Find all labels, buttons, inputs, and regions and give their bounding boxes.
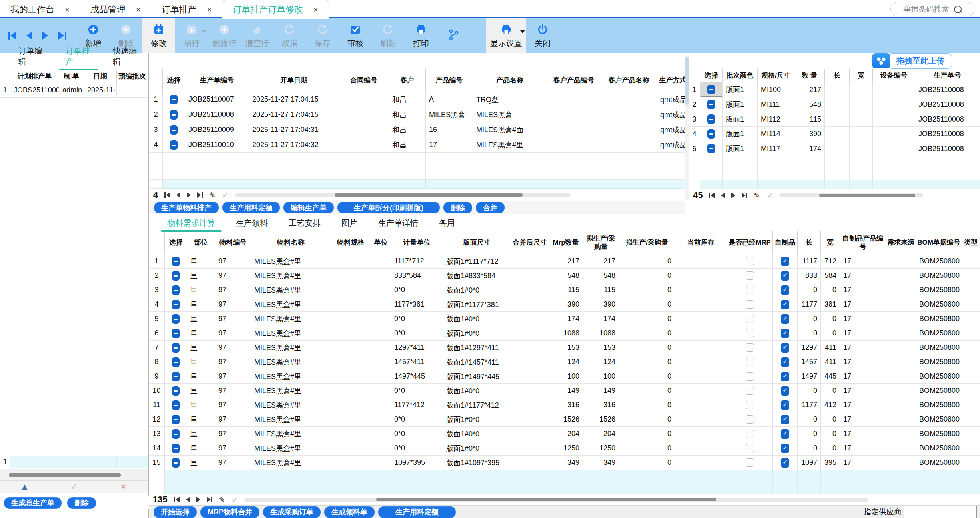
hscrollbar[interactable]	[779, 193, 923, 197]
orders-action-3-button[interactable]: 编辑生产单	[283, 202, 334, 213]
select-cell[interactable]	[165, 427, 187, 441]
pager-next-icon[interactable]	[731, 193, 735, 198]
row-checkbox-icon[interactable]	[172, 415, 180, 424]
toolbar-button-打印[interactable]: 打印	[405, 18, 437, 53]
select-cell[interactable]	[700, 112, 723, 127]
material-action-1-button[interactable]: 开始选择	[154, 506, 197, 518]
selfmade-flag-cell[interactable]	[773, 254, 798, 269]
pager-next-icon[interactable]	[196, 497, 200, 502]
pager-prev-icon[interactable]	[176, 192, 180, 198]
window-tab-1[interactable]: 我的工作台×	[0, 1, 80, 18]
select-cell[interactable]	[165, 254, 187, 269]
pager-prev-icon[interactable]	[721, 193, 725, 198]
supplier-input[interactable]	[904, 506, 977, 518]
mrp-flag-cell[interactable]	[727, 312, 773, 326]
selfmade-flag-cell[interactable]	[773, 441, 798, 456]
pager-first-icon[interactable]	[174, 497, 180, 502]
selfmade-flag-cell[interactable]	[773, 341, 798, 355]
nav-next-button[interactable]	[42, 32, 48, 40]
unchecked-checkbox-icon[interactable]	[746, 430, 754, 438]
cancel-x-icon[interactable]: ×	[99, 482, 148, 492]
tab-close-icon[interactable]: ×	[313, 5, 318, 14]
selfmade-flag-cell[interactable]	[773, 398, 798, 412]
select-cell[interactable]	[165, 297, 187, 312]
orders-vscrollbar[interactable]	[685, 56, 689, 200]
unchecked-checkbox-icon[interactable]	[746, 300, 754, 309]
orders-action-6-button[interactable]: 合并	[476, 202, 505, 213]
orders-action-1-button[interactable]: 生产单物料排产	[154, 202, 219, 213]
unchecked-checkbox-icon[interactable]	[746, 358, 754, 366]
select-cell[interactable]	[700, 97, 723, 112]
checked-checkbox-icon[interactable]	[781, 386, 789, 396]
orders-action-4-button[interactable]: 生产单拆分(印刷拼版)	[337, 202, 440, 213]
orders-action-2-button[interactable]: 生产用料定额	[222, 202, 280, 213]
detail-tab-2[interactable]: 生产领料	[227, 215, 277, 231]
unchecked-checkbox-icon[interactable]	[746, 372, 754, 381]
collapse-up-icon[interactable]: ▲	[0, 482, 49, 492]
mrp-flag-cell[interactable]	[727, 297, 773, 312]
material-action-3-button[interactable]: 生成采购订单	[263, 506, 321, 518]
plan-tab-1[interactable]: 订单编辑	[10, 43, 54, 70]
checked-checkbox-icon[interactable]	[781, 343, 789, 353]
material-action-4-button[interactable]: 生成领料单	[324, 506, 375, 518]
select-cell[interactable]	[165, 269, 187, 283]
pager-next-icon[interactable]	[187, 192, 191, 198]
pager-last-icon[interactable]	[742, 193, 747, 198]
select-cell[interactable]	[700, 141, 723, 156]
selfmade-flag-cell[interactable]	[773, 427, 798, 441]
unchecked-checkbox-icon[interactable]	[746, 343, 754, 352]
pager-last-icon[interactable]	[207, 497, 212, 502]
hscrollbar-thumb[interactable]	[335, 193, 523, 197]
selfmade-flag-cell[interactable]	[773, 297, 798, 312]
mrp-flag-cell[interactable]	[727, 412, 773, 427]
hscrollbar-thumb[interactable]	[819, 194, 915, 197]
row-checkbox-icon[interactable]	[170, 95, 178, 104]
row-checkbox-icon[interactable]	[172, 329, 180, 338]
selfmade-flag-cell[interactable]	[773, 369, 798, 384]
toolbar-button-branch[interactable]	[437, 18, 470, 53]
select-cell[interactable]	[165, 312, 187, 326]
plan-tab-2[interactable]: 订单排产	[57, 43, 101, 70]
toolbar-button-刷新[interactable]: 刷新	[372, 18, 405, 53]
nav-last-button[interactable]	[58, 32, 66, 40]
window-tab-2[interactable]: 成品管理×	[80, 1, 151, 18]
checked-checkbox-icon[interactable]	[781, 429, 789, 439]
unchecked-checkbox-icon[interactable]	[746, 315, 754, 323]
select-cell[interactable]	[700, 82, 723, 97]
select-cell[interactable]	[165, 326, 187, 341]
mrp-flag-cell[interactable]	[727, 398, 773, 412]
mrp-flag-cell[interactable]	[727, 283, 773, 297]
material-action-5-button[interactable]: 生产用料定额	[378, 506, 456, 518]
select-cell[interactable]	[165, 456, 187, 470]
tab-close-icon[interactable]: ×	[207, 5, 212, 14]
select-cell[interactable]	[165, 341, 187, 355]
mrp-flag-cell[interactable]	[727, 441, 773, 456]
toolbar-button-取消[interactable]: 取消	[273, 18, 306, 53]
row-checkbox-icon[interactable]	[172, 257, 180, 266]
checked-checkbox-icon[interactable]	[781, 329, 789, 338]
plan-table-hscrollbar[interactable]	[0, 469, 148, 481]
row-checkbox-icon[interactable]	[172, 444, 180, 453]
unchecked-checkbox-icon[interactable]	[746, 415, 754, 424]
pager-last-icon[interactable]	[197, 192, 203, 198]
row-checkbox-icon[interactable]	[172, 386, 180, 396]
row-checkbox-icon[interactable]	[707, 85, 715, 94]
selfmade-flag-cell[interactable]	[773, 384, 798, 398]
row-checkbox-icon[interactable]	[172, 458, 180, 468]
row-checkbox-icon[interactable]	[172, 372, 180, 381]
hscrollbar[interactable]	[235, 193, 571, 197]
upload-cluster-icon[interactable]	[872, 53, 890, 68]
select-cell[interactable]	[163, 137, 185, 153]
nav-first-button[interactable]	[8, 32, 16, 40]
checked-checkbox-icon[interactable]	[781, 257, 789, 266]
pager-commit-icon[interactable]: ✓	[222, 191, 228, 200]
checked-checkbox-icon[interactable]	[781, 300, 789, 309]
search-icon[interactable]	[954, 6, 962, 13]
plan-tab-3[interactable]: 快速编辑	[104, 43, 148, 70]
detail-tab-5[interactable]: 生产单详情	[369, 215, 427, 231]
pager-first-icon[interactable]	[164, 192, 170, 198]
selfmade-flag-cell[interactable]	[773, 283, 798, 297]
hscrollbar[interactable]	[244, 498, 868, 502]
select-cell[interactable]	[163, 107, 185, 122]
selfmade-flag-cell[interactable]	[773, 312, 798, 326]
